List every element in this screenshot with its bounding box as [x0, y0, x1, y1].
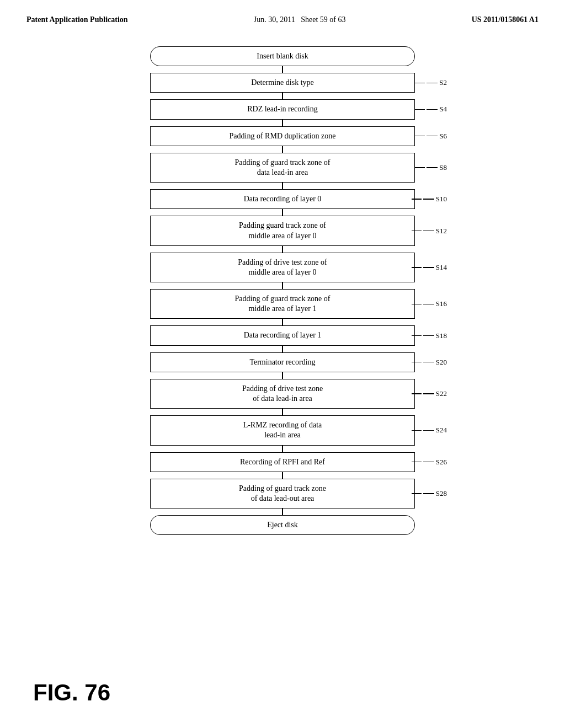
step-label-s20: S20 — [412, 358, 447, 367]
page-header: Patent Application Publication Jun. 30, … — [0, 0, 565, 24]
flow-box-s24: L-RMZ recording of data lead-in area — [150, 415, 415, 445]
flow-box-s4: RDZ lead-in recording — [150, 99, 415, 119]
connector — [282, 472, 283, 479]
flow-box-s16: Padding of guard track zone of middle ar… — [150, 289, 415, 319]
flow-box-s2: Determine disk type — [150, 73, 415, 93]
step-label-s26: S26 — [412, 458, 447, 467]
connector — [282, 409, 283, 415]
flow-step: L-RMZ recording of data lead-in areaS24 — [150, 415, 415, 445]
header-center: Jun. 30, 2011 Sheet 59 of 63 — [254, 15, 346, 24]
flow-box-s14: Padding of drive test zone of middle are… — [150, 253, 415, 282]
flow-box-s8: Padding of guard track zone of data lead… — [150, 153, 415, 183]
flowchart: Insert blank diskDetermine disk typeS2RD… — [150, 46, 415, 535]
flow-step: Terminator recordingS20 — [150, 352, 415, 372]
connector — [282, 246, 283, 253]
flow-box-s12: Padding guard track zone of middle area … — [150, 216, 415, 245]
flow-step: Padding of guard track zone of data lead… — [150, 479, 415, 508]
step-label-s2: S2 — [415, 78, 447, 87]
connector — [282, 209, 283, 216]
flow-box-s28: Padding of guard track zone of data lead… — [150, 479, 415, 508]
connector — [282, 319, 283, 325]
connector — [282, 508, 283, 515]
step-label-s8: S8 — [415, 163, 447, 172]
flow-step: Padding of guard track zone of middle ar… — [150, 289, 415, 319]
flow-step: RDZ lead-in recordingS4 — [150, 99, 415, 119]
flow-step: Padding of guard track zone of data lead… — [150, 153, 415, 183]
step-label-s4: S4 — [415, 105, 447, 114]
flow-box-s26: Recording of RPFI and Ref — [150, 452, 415, 472]
flow-step: Determine disk typeS2 — [150, 73, 415, 93]
header-date: Jun. 30, 2011 — [254, 15, 295, 24]
flow-box-s18: Data recording of layer 1 — [150, 325, 415, 345]
connector — [282, 446, 283, 452]
flow-box-s22: Padding of drive test zone of data lead-… — [150, 379, 415, 409]
connector — [282, 146, 283, 153]
step-label-s16: S16 — [412, 299, 447, 308]
step-label-s24: S24 — [412, 426, 447, 435]
connector — [282, 93, 283, 99]
flow-box-end: Eject disk — [150, 515, 415, 535]
connector — [282, 372, 283, 379]
flow-box-s6: Padding of RMD duplication zone — [150, 126, 415, 146]
step-label-s22: S22 — [412, 389, 447, 398]
flow-step: Data recording of layer 0S10 — [150, 189, 415, 209]
flow-box-s10: Data recording of layer 0 — [150, 189, 415, 209]
flow-step: Recording of RPFI and RefS26 — [150, 452, 415, 472]
figure-label: FIG. 76 — [33, 679, 110, 706]
step-label-s6: S6 — [415, 132, 447, 141]
connector — [282, 120, 283, 126]
connector — [282, 282, 283, 289]
flow-step: Eject disk — [150, 515, 415, 535]
connector — [282, 66, 283, 73]
header-left: Patent Application Publication — [26, 15, 128, 24]
header-right: US 2011/0158061 A1 — [472, 15, 539, 24]
connector — [282, 346, 283, 352]
flow-box-start: Insert blank disk — [150, 46, 415, 66]
step-label-s14: S14 — [412, 263, 447, 272]
flow-step: Padding guard track zone of middle area … — [150, 216, 415, 245]
flow-step: Padding of drive test zone of middle are… — [150, 253, 415, 282]
flow-box-s20: Terminator recording — [150, 352, 415, 372]
step-label-s18: S18 — [412, 331, 447, 340]
flow-step: Padding of RMD duplication zoneS6 — [150, 126, 415, 146]
flow-step: Padding of drive test zone of data lead-… — [150, 379, 415, 409]
flow-step: Insert blank disk — [150, 46, 415, 66]
connector — [282, 183, 283, 189]
header-sheet: Sheet 59 of 63 — [301, 15, 345, 24]
main-content: Insert blank diskDetermine disk typeS2RD… — [0, 24, 565, 535]
step-label-s10: S10 — [412, 195, 447, 204]
flow-step: Data recording of layer 1S18 — [150, 325, 415, 345]
step-label-s28: S28 — [412, 489, 447, 498]
step-label-s12: S12 — [412, 227, 447, 235]
